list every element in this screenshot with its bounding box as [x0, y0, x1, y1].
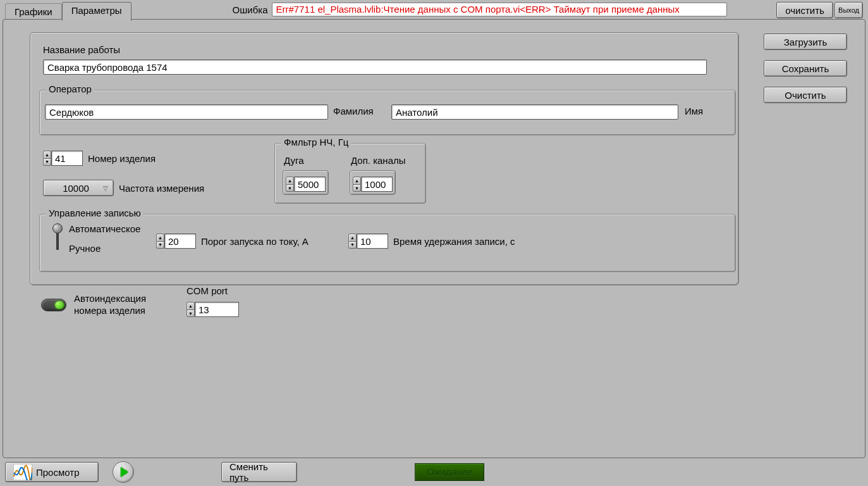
spin-up-icon[interactable]: ▲ — [43, 151, 51, 159]
extra-filter-input[interactable] — [361, 177, 393, 192]
product-number-input[interactable] — [51, 151, 83, 166]
status-indicator: Ожидание — [415, 463, 484, 481]
view-button-label: Просмотр — [36, 467, 80, 478]
autoindex-label-2: номера изделия — [74, 305, 146, 317]
com-port-spinner[interactable]: ▲▼ — [186, 302, 239, 317]
error-label: Ошибка — [233, 4, 268, 15]
spin-down-icon[interactable]: ▼ — [286, 185, 294, 192]
firstname-input[interactable] — [391, 104, 678, 120]
spin-up-icon[interactable]: ▲ — [286, 177, 294, 185]
parameters-panel: Название работы Оператор Фамилия Имя ▲▼ … — [30, 32, 739, 285]
autoindex-led[interactable] — [41, 299, 66, 311]
filter-fieldset: Фмльтр НЧ, Гц Дуга ▲▼ Доп. каналы ▲▼ — [274, 143, 426, 204]
recording-fieldset: Управление записью Автоматическое Ручное… — [39, 214, 736, 272]
hold-time-label: Время удержания записи, с — [393, 236, 515, 247]
arc-filter-input[interactable] — [294, 177, 326, 192]
spin-down-icon[interactable]: ▼ — [348, 242, 357, 249]
job-name-label: Название работы — [43, 44, 120, 55]
error-message: Err#7711 el_Plasma.lvlib:Чтение данных с… — [272, 3, 727, 16]
threshold-input[interactable] — [164, 234, 196, 249]
lastname-input[interactable] — [45, 104, 328, 120]
job-name-input[interactable] — [43, 59, 707, 75]
firstname-label: Имя — [685, 106, 703, 116]
load-button[interactable]: Загрузить — [764, 34, 847, 50]
extra-channels-label: Доп. каналы — [351, 155, 406, 166]
recording-legend: Управление записью — [46, 208, 144, 218]
view-button[interactable]: Просмотр — [5, 462, 99, 482]
hold-time-spinner[interactable]: ▲▼ — [348, 234, 388, 249]
product-number-label: Номер изделия — [88, 153, 156, 164]
frequency-label: Частота измерения — [119, 183, 204, 194]
extra-filter-spinner[interactable]: ▲▼ — [353, 177, 393, 192]
tab-bar: Графики Параметры — [5, 2, 131, 21]
auto-mode-label: Автоматическое — [69, 223, 140, 234]
chevron-down-icon: ▽ — [103, 185, 108, 192]
spin-down-icon[interactable]: ▼ — [156, 242, 164, 249]
spin-down-icon[interactable]: ▼ — [186, 310, 195, 318]
frequency-dropdown[interactable]: 10000 ▽ — [43, 180, 114, 196]
recording-mode-toggle[interactable] — [51, 223, 64, 251]
change-path-button[interactable]: Сменить путь — [221, 462, 297, 482]
lastname-label: Фамилия — [333, 106, 374, 116]
spin-up-icon[interactable]: ▲ — [186, 302, 195, 310]
spin-down-icon[interactable]: ▼ — [43, 159, 51, 166]
play-icon — [121, 467, 128, 477]
graph-icon — [13, 464, 32, 480]
play-button[interactable] — [113, 461, 134, 483]
threshold-spinner[interactable]: ▲▼ — [156, 234, 196, 249]
threshold-label: Порог запуска по току, А — [201, 236, 309, 247]
operator-fieldset: Оператор Фамилия Имя — [39, 90, 736, 135]
spin-down-icon[interactable]: ▼ — [353, 185, 361, 192]
clear-error-button[interactable]: очистить — [776, 2, 833, 18]
arc-label: Дуга — [284, 155, 303, 166]
spin-up-icon[interactable]: ▲ — [156, 234, 164, 242]
save-button[interactable]: Сохранить — [764, 60, 847, 77]
manual-mode-label: Ручное — [69, 243, 140, 254]
autoindex-label-1: Автоиндексация — [74, 293, 146, 305]
com-port-label: COM port — [186, 285, 228, 296]
hold-time-input[interactable] — [357, 234, 388, 249]
clear-button[interactable]: Очистить — [764, 87, 847, 103]
arc-filter-spinner[interactable]: ▲▼ — [286, 177, 326, 192]
spin-up-icon[interactable]: ▲ — [348, 234, 357, 242]
frequency-value: 10000 — [49, 183, 103, 194]
tab-params[interactable]: Параметры — [62, 2, 131, 21]
exit-button[interactable]: Выход — [834, 2, 863, 18]
filter-legend: Фмльтр НЧ, Гц — [281, 137, 351, 147]
com-port-input[interactable] — [195, 302, 239, 317]
product-number-spinner[interactable]: ▲▼ — [43, 151, 83, 166]
operator-legend: Оператор — [46, 84, 94, 94]
spin-up-icon[interactable]: ▲ — [353, 177, 361, 185]
